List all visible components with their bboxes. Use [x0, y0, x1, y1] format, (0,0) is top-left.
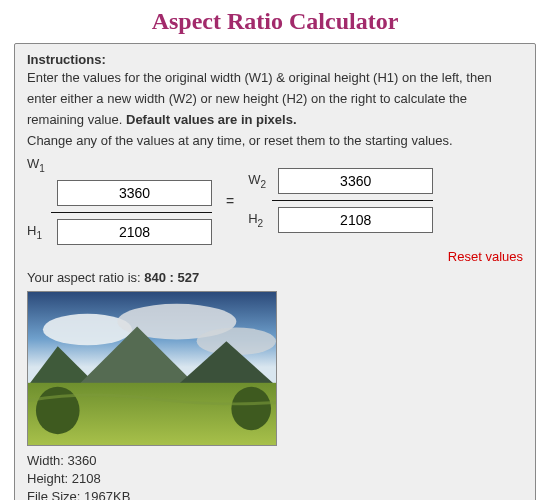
svg-point-8	[36, 387, 80, 434]
calculator-grid: W1 H1 = W2 H2	[27, 156, 523, 245]
h2-label: H2	[248, 211, 272, 229]
h1-input[interactable]	[57, 219, 212, 245]
w1-input[interactable]	[57, 180, 212, 206]
w2-label: W2	[248, 172, 272, 190]
original-fraction: W1 H1	[27, 156, 212, 245]
page-title: Aspect Ratio Calculator	[14, 8, 536, 35]
svg-point-9	[231, 387, 271, 430]
instructions: Instructions: Enter the values for the o…	[27, 52, 523, 150]
new-fraction: W2 H2	[248, 168, 433, 233]
reset-link[interactable]: Reset values	[27, 249, 523, 264]
image-preview	[27, 291, 277, 446]
instructions-heading: Instructions:	[27, 52, 523, 67]
w1-label: W1	[27, 156, 51, 174]
equals-sign: =	[224, 193, 236, 209]
calculator-panel: Instructions: Enter the values for the o…	[14, 43, 536, 500]
image-metadata: Width: 3360 Height: 2108 File Size: 1967…	[27, 452, 523, 500]
aspect-ratio-display: Your aspect ratio is: 840 : 527	[27, 270, 523, 285]
h2-input[interactable]	[278, 207, 433, 233]
w2-input[interactable]	[278, 168, 433, 194]
h1-label: H1	[27, 223, 51, 241]
